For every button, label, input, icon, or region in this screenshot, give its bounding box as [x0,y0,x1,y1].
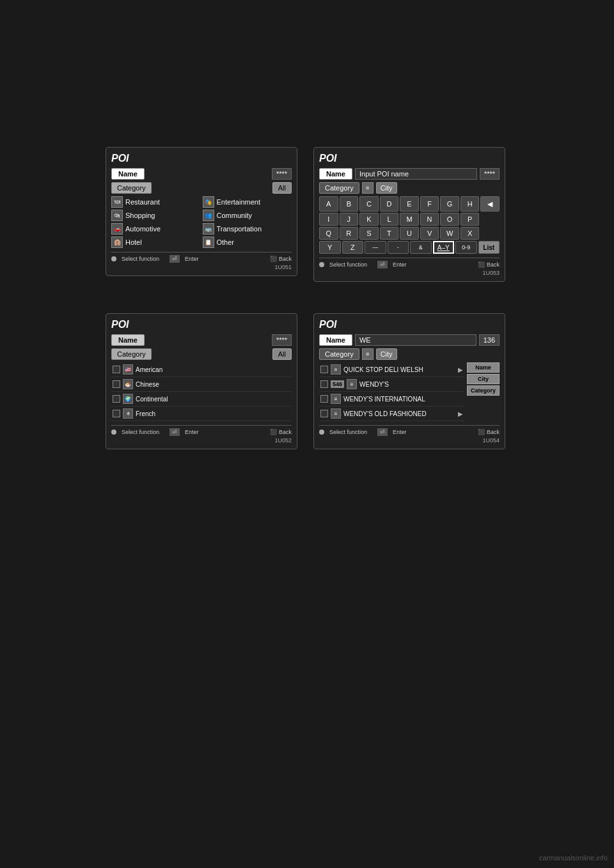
stars-field-2: **** [272,334,292,346]
key-k[interactable]: K [359,213,379,226]
checkbox-american[interactable] [113,366,120,373]
key-s[interactable]: S [359,227,379,240]
results-list: ≡ QUICK STOP DELI WELSH ▶ 546 ≡ WENDY'S … [319,362,464,421]
cat-automotive[interactable]: 🚗 Automotive [111,223,201,235]
key-j[interactable]: J [340,213,359,226]
poi-input-header-4: Name WE 136 [319,334,500,346]
cat-transportation[interactable]: 🚌 Transportation [203,223,292,235]
key-f[interactable]: F [420,196,439,212]
checkbox-chinese[interactable] [113,380,120,388]
checkbox-continental[interactable] [113,395,120,403]
american-icon: 🇺🇸 [123,364,133,375]
result-checkbox-4[interactable] [320,410,328,417]
key-ay[interactable]: A–Y [433,241,455,254]
poi-input-header-3: Name Input POI name **** [319,168,500,180]
status-dot-3 [319,262,324,267]
cat-entertainment[interactable]: 🎭 Entertainment [203,196,292,208]
list-item-chinese[interactable]: 🍜 Chinese [111,377,292,392]
side-category-btn[interactable]: Category [467,385,500,396]
result-checkbox-2[interactable] [320,380,328,388]
result-icon-2: ≡ [347,379,357,389]
checkbox-french[interactable] [113,410,120,417]
status-dot-4 [319,430,324,435]
key-z[interactable]: Z [342,241,364,254]
keyboard-row-1: A B C D E F G H ◄ [319,196,500,212]
key-p[interactable]: P [460,213,480,226]
key-n[interactable]: N [420,213,439,226]
cat-hotel[interactable]: 🏨 Hotel [111,236,201,248]
name-button-1[interactable]: Name [111,168,145,180]
status-back-3: ⬛ Back [478,261,500,268]
result-item-1[interactable]: ≡ QUICK STOP DELI WELSH ▶ [319,362,464,377]
name-button-2[interactable]: Name [111,334,145,346]
city-button-4[interactable]: City [376,348,397,360]
list-item-american[interactable]: 🇺🇸 American [111,362,292,377]
result-badge-2: 546 [331,380,344,388]
category-button-1[interactable]: Category [111,182,152,194]
cat-label-shopping: Shopping [125,212,155,219]
key-o[interactable]: O [440,213,459,226]
key-list[interactable]: List [478,241,500,254]
key-w[interactable]: W [440,227,459,240]
key-u[interactable]: U [400,227,419,240]
key-b[interactable]: B [340,196,359,212]
label-chinese: Chinese [136,381,159,388]
key-g[interactable]: G [440,196,459,212]
screen-id-1: 1U051 [111,264,292,270]
side-city-btn[interactable]: City [467,374,500,384]
key-l[interactable]: L [380,213,399,226]
category-button-4[interactable]: Category [319,348,359,360]
cat-other[interactable]: 📋 Other [203,236,292,248]
category-button-2[interactable]: Category [111,348,152,360]
category-grid-1: 🍽 Restaurant 🎭 Entertainment 🛍 Shopping … [111,196,292,248]
city-button-3[interactable]: City [376,182,397,194]
key-ampersand[interactable]: & [410,241,432,254]
key-d[interactable]: D [380,196,399,212]
result-checkbox-3[interactable] [320,395,328,403]
poi-input-field-3[interactable]: Input POI name [355,168,477,180]
cat-label-entertainment: Entertainment [217,198,260,206]
category-button-3[interactable]: Category [319,182,359,194]
key-hyphen[interactable]: - [388,241,409,254]
result-checkbox-1[interactable] [320,366,328,373]
key-m[interactable]: M [400,213,419,226]
result-item-3[interactable]: ≡ WENDY'S INTERNATIONAL [319,392,464,407]
list-item-french[interactable]: ⚜ French [111,407,292,421]
key-dash[interactable]: — [365,241,386,254]
filter-icon-4: ≡ [362,348,374,360]
poi-title-1: POI [111,153,292,164]
key-r[interactable]: R [340,227,359,240]
key-c[interactable]: C [359,196,379,212]
name-button-4[interactable]: Name [319,334,352,346]
result-arrow-1: ▶ [458,366,463,373]
poi-input-value-4[interactable]: WE [355,334,476,346]
all-button-1[interactable]: All [272,182,292,194]
key-y[interactable]: Y [319,241,341,254]
key-t[interactable]: T [380,227,399,240]
status-bar-3: Select function ⏎ Enter ⬛ Back [319,258,500,268]
key-q[interactable]: Q [319,227,338,240]
key-backspace[interactable]: ◄ [480,196,500,212]
key-i[interactable]: I [319,213,338,226]
cat-label-restaurant: Restaurant [125,198,160,206]
key-x[interactable]: X [460,227,480,240]
all-button-2[interactable]: All [272,348,292,360]
key-v[interactable]: V [420,227,439,240]
community-icon: 👥 [203,210,214,221]
cat-community[interactable]: 👥 Community [203,210,292,221]
result-name-1: QUICK STOP DELI WELSH [343,366,455,373]
key-h[interactable]: H [460,196,480,212]
enter-btn-3: ⏎ [377,261,388,268]
name-button-3[interactable]: Name [319,168,352,180]
list-item-continental[interactable]: 🌍 Continental [111,392,292,407]
side-name-btn[interactable]: Name [467,362,500,373]
cat-restaurant[interactable]: 🍽 Restaurant [111,196,201,208]
result-item-2[interactable]: 546 ≡ WENDY'S [319,377,464,392]
key-09[interactable]: 0-9 [455,241,477,254]
enter-btn-4: ⏎ [377,428,388,436]
transportation-icon: 🚌 [203,223,214,235]
cat-shopping[interactable]: 🛍 Shopping [111,210,201,221]
result-item-4[interactable]: ≡ WENDY'S OLD FASHIONED ▶ [319,407,464,421]
key-e[interactable]: E [400,196,419,212]
key-a[interactable]: A [319,196,338,212]
